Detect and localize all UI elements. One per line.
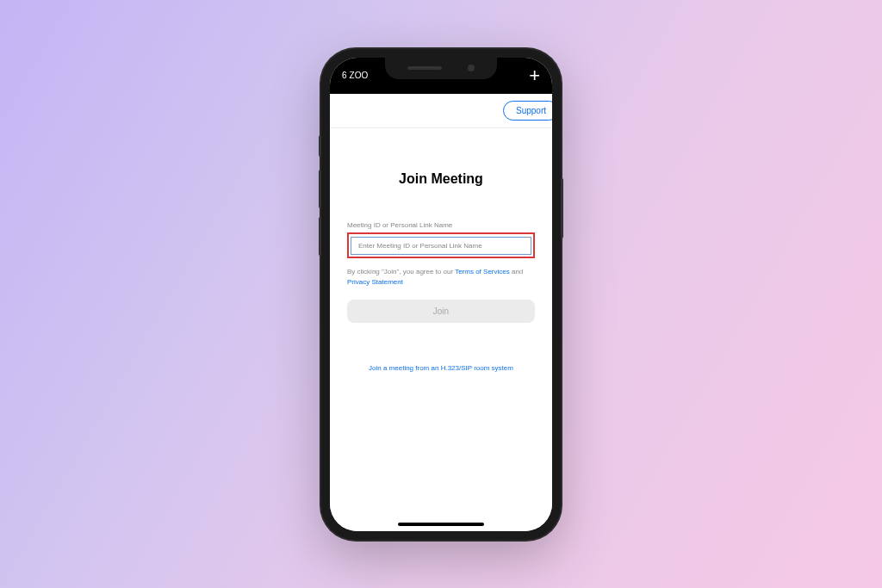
brand-text-partial: ZOO [350, 71, 369, 80]
phone-device-frame: 6 ZOO + Support Join Meeting Meeting ID … [321, 49, 561, 540]
power-button [561, 178, 563, 238]
terms-link[interactable]: Terms of Services [455, 268, 510, 275]
device-notch [385, 58, 497, 79]
meeting-id-input[interactable] [351, 237, 531, 255]
meeting-id-label: Meeting ID or Personal Link Name [347, 221, 535, 229]
input-highlight-annotation [347, 232, 535, 258]
home-indicator[interactable] [398, 523, 484, 526]
page-title: Join Meeting [347, 171, 535, 187]
join-button[interactable]: Join [347, 300, 535, 323]
tab-count-partial: 6 [342, 71, 347, 80]
join-meeting-form: Join Meeting Meeting ID or Personal Link… [330, 128, 552, 372]
browser-actions[interactable]: + [529, 66, 540, 85]
agreement-notice: By clicking "Join", you agree to our Ter… [347, 267, 535, 288]
tab-info: 6 ZOO [342, 71, 368, 80]
agreement-conjunction: and [510, 268, 524, 275]
front-camera [468, 65, 475, 71]
support-button[interactable]: Support [503, 101, 552, 121]
mute-switch [319, 135, 321, 157]
privacy-link[interactable]: Privacy Statement [347, 278, 403, 286]
volume-up-button [319, 170, 321, 208]
new-tab-icon[interactable]: + [529, 66, 540, 85]
agreement-prefix: By clicking "Join", you agree to our [347, 268, 455, 275]
phone-screen: 6 ZOO + Support Join Meeting Meeting ID … [330, 58, 552, 531]
sip-link-container: Join a meeting from an H.323/SIP room sy… [347, 364, 535, 372]
sip-room-link[interactable]: Join a meeting from an H.323/SIP room sy… [369, 364, 513, 372]
volume-down-button [319, 217, 321, 256]
page-content: Support Join Meeting Meeting ID or Perso… [330, 94, 552, 531]
speaker-grille [407, 66, 442, 70]
top-bar: Support [330, 94, 552, 128]
